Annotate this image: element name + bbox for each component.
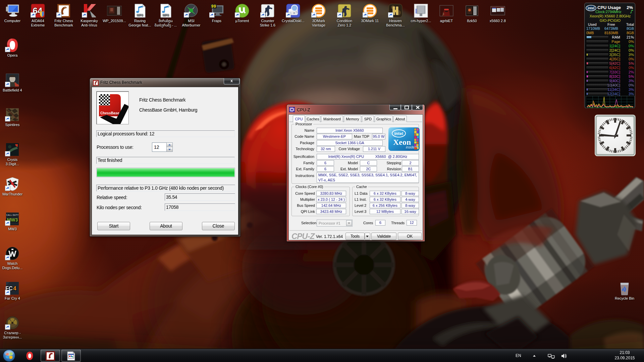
svg-text:CALL·DUTY: CALL·DUTY xyxy=(6,214,19,216)
svg-text:99: 99 xyxy=(211,4,216,9)
svg-text:inside™: inside™ xyxy=(406,145,418,149)
svg-text:ChessBase: ChessBase xyxy=(100,111,119,115)
svg-text:intel: intel xyxy=(394,131,404,136)
svg-text:4: 4 xyxy=(13,286,16,291)
